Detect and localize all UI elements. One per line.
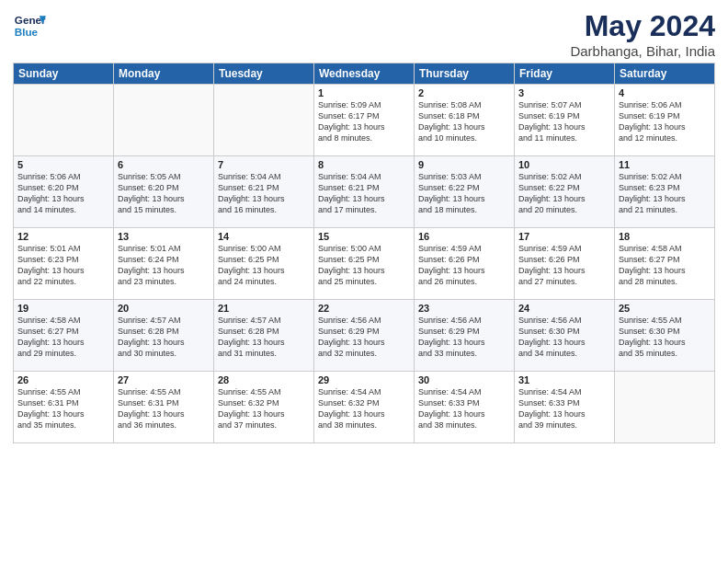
day-info: Sunrise: 4:59 AM Sunset: 6:26 PM Dayligh… — [418, 243, 510, 288]
day-number: 25 — [619, 303, 711, 314]
weekday-header-row: SundayMondayTuesdayWednesdayThursdayFrid… — [14, 63, 715, 85]
calendar-week-row: 26Sunrise: 4:55 AM Sunset: 6:31 PM Dayli… — [14, 372, 715, 443]
day-number: 30 — [418, 374, 510, 385]
day-number: 23 — [418, 303, 510, 314]
day-number: 15 — [318, 231, 410, 242]
calendar-day-cell: 30Sunrise: 4:54 AM Sunset: 6:33 PM Dayli… — [415, 372, 515, 443]
header: General Blue May 2024 Darbhanga, Bihar, … — [13, 9, 715, 59]
weekday-header-cell: Wednesday — [314, 63, 415, 85]
day-info: Sunrise: 5:00 AM Sunset: 6:25 PM Dayligh… — [218, 243, 310, 288]
calendar-day-cell: 24Sunrise: 4:56 AM Sunset: 6:30 PM Dayli… — [515, 300, 615, 372]
day-info: Sunrise: 4:55 AM Sunset: 6:31 PM Dayligh… — [118, 386, 210, 431]
day-info: Sunrise: 5:04 AM Sunset: 6:21 PM Dayligh… — [218, 171, 310, 216]
calendar-body: 1Sunrise: 5:09 AM Sunset: 6:17 PM Daylig… — [14, 85, 715, 443]
calendar-day-cell: 21Sunrise: 4:57 AM Sunset: 6:28 PM Dayli… — [214, 300, 314, 372]
day-number: 22 — [318, 303, 410, 314]
calendar-day-cell — [14, 85, 114, 156]
day-number: 21 — [218, 303, 310, 314]
calendar-table: SundayMondayTuesdayWednesdayThursdayFrid… — [13, 63, 715, 443]
calendar-day-cell: 7Sunrise: 5:04 AM Sunset: 6:21 PM Daylig… — [214, 156, 314, 228]
day-info: Sunrise: 4:55 AM Sunset: 6:30 PM Dayligh… — [619, 315, 711, 360]
day-info: Sunrise: 5:01 AM Sunset: 6:24 PM Dayligh… — [118, 243, 210, 288]
day-info: Sunrise: 5:02 AM Sunset: 6:22 PM Dayligh… — [518, 171, 610, 216]
calendar-day-cell: 15Sunrise: 5:00 AM Sunset: 6:25 PM Dayli… — [314, 228, 415, 300]
svg-text:Blue: Blue — [15, 26, 39, 38]
calendar-day-cell: 19Sunrise: 4:58 AM Sunset: 6:27 PM Dayli… — [14, 300, 114, 372]
calendar-day-cell: 14Sunrise: 5:00 AM Sunset: 6:25 PM Dayli… — [214, 228, 314, 300]
day-info: Sunrise: 5:04 AM Sunset: 6:21 PM Dayligh… — [318, 171, 410, 216]
day-info: Sunrise: 4:58 AM Sunset: 6:27 PM Dayligh… — [17, 315, 109, 360]
day-number: 12 — [17, 231, 109, 242]
day-number: 2 — [418, 87, 510, 98]
day-info: Sunrise: 4:54 AM Sunset: 6:33 PM Dayligh… — [418, 386, 510, 431]
main-title: May 2024 — [570, 9, 715, 43]
day-number: 31 — [518, 374, 610, 385]
calendar-day-cell — [214, 85, 314, 156]
weekday-header-cell: Sunday — [14, 63, 114, 85]
calendar-day-cell: 26Sunrise: 4:55 AM Sunset: 6:31 PM Dayli… — [14, 372, 114, 443]
page-container: General Blue May 2024 Darbhanga, Bihar, … — [0, 0, 728, 449]
weekday-header-cell: Thursday — [415, 63, 515, 85]
day-info: Sunrise: 4:55 AM Sunset: 6:31 PM Dayligh… — [17, 386, 109, 431]
calendar-day-cell: 10Sunrise: 5:02 AM Sunset: 6:22 PM Dayli… — [515, 156, 615, 228]
calendar-day-cell: 1Sunrise: 5:09 AM Sunset: 6:17 PM Daylig… — [314, 85, 415, 156]
day-number: 26 — [17, 374, 109, 385]
day-info: Sunrise: 5:01 AM Sunset: 6:23 PM Dayligh… — [17, 243, 109, 288]
day-info: Sunrise: 5:05 AM Sunset: 6:20 PM Dayligh… — [118, 171, 210, 216]
calendar-day-cell: 28Sunrise: 4:55 AM Sunset: 6:32 PM Dayli… — [214, 372, 314, 443]
calendar-day-cell — [114, 85, 214, 156]
day-number: 13 — [118, 231, 210, 242]
calendar-day-cell: 25Sunrise: 4:55 AM Sunset: 6:30 PM Dayli… — [615, 300, 715, 372]
calendar-day-cell: 3Sunrise: 5:07 AM Sunset: 6:19 PM Daylig… — [515, 85, 615, 156]
calendar-day-cell: 2Sunrise: 5:08 AM Sunset: 6:18 PM Daylig… — [415, 85, 515, 156]
title-block: May 2024 Darbhanga, Bihar, India — [570, 9, 715, 59]
day-info: Sunrise: 5:06 AM Sunset: 6:20 PM Dayligh… — [17, 171, 109, 216]
logo: General Blue — [13, 9, 46, 42]
calendar-day-cell: 31Sunrise: 4:54 AM Sunset: 6:33 PM Dayli… — [515, 372, 615, 443]
day-number: 6 — [118, 159, 210, 170]
calendar-day-cell: 11Sunrise: 5:02 AM Sunset: 6:23 PM Dayli… — [615, 156, 715, 228]
day-number: 1 — [318, 87, 410, 98]
day-number: 5 — [17, 159, 109, 170]
day-number: 17 — [518, 231, 610, 242]
calendar-day-cell: 20Sunrise: 4:57 AM Sunset: 6:28 PM Dayli… — [114, 300, 214, 372]
calendar-week-row: 1Sunrise: 5:09 AM Sunset: 6:17 PM Daylig… — [14, 85, 715, 156]
day-info: Sunrise: 4:56 AM Sunset: 6:30 PM Dayligh… — [518, 315, 610, 360]
day-number: 3 — [518, 87, 610, 98]
day-number: 8 — [318, 159, 410, 170]
day-info: Sunrise: 4:56 AM Sunset: 6:29 PM Dayligh… — [418, 315, 510, 360]
calendar-day-cell: 13Sunrise: 5:01 AM Sunset: 6:24 PM Dayli… — [114, 228, 214, 300]
day-number: 19 — [17, 303, 109, 314]
day-number: 14 — [218, 231, 310, 242]
calendar-day-cell: 29Sunrise: 4:54 AM Sunset: 6:32 PM Dayli… — [314, 372, 415, 443]
day-number: 4 — [619, 87, 711, 98]
day-number: 9 — [418, 159, 510, 170]
calendar-day-cell: 17Sunrise: 4:59 AM Sunset: 6:26 PM Dayli… — [515, 228, 615, 300]
day-info: Sunrise: 4:56 AM Sunset: 6:29 PM Dayligh… — [318, 315, 410, 360]
calendar-day-cell: 8Sunrise: 5:04 AM Sunset: 6:21 PM Daylig… — [314, 156, 415, 228]
calendar-day-cell: 9Sunrise: 5:03 AM Sunset: 6:22 PM Daylig… — [415, 156, 515, 228]
day-info: Sunrise: 5:09 AM Sunset: 6:17 PM Dayligh… — [318, 99, 410, 144]
logo-icon: General Blue — [13, 9, 46, 42]
day-info: Sunrise: 5:06 AM Sunset: 6:19 PM Dayligh… — [619, 99, 711, 144]
weekday-header-cell: Monday — [114, 63, 214, 85]
calendar-day-cell: 23Sunrise: 4:56 AM Sunset: 6:29 PM Dayli… — [415, 300, 515, 372]
calendar-day-cell: 4Sunrise: 5:06 AM Sunset: 6:19 PM Daylig… — [615, 85, 715, 156]
day-info: Sunrise: 5:03 AM Sunset: 6:22 PM Dayligh… — [418, 171, 510, 216]
day-number: 20 — [118, 303, 210, 314]
weekday-header-cell: Saturday — [615, 63, 715, 85]
day-info: Sunrise: 4:54 AM Sunset: 6:33 PM Dayligh… — [518, 386, 610, 431]
day-info: Sunrise: 5:00 AM Sunset: 6:25 PM Dayligh… — [318, 243, 410, 288]
calendar-day-cell: 12Sunrise: 5:01 AM Sunset: 6:23 PM Dayli… — [14, 228, 114, 300]
day-number: 18 — [619, 231, 711, 242]
day-number: 27 — [118, 374, 210, 385]
calendar-day-cell: 16Sunrise: 4:59 AM Sunset: 6:26 PM Dayli… — [415, 228, 515, 300]
day-info: Sunrise: 4:57 AM Sunset: 6:28 PM Dayligh… — [118, 315, 210, 360]
day-number: 16 — [418, 231, 510, 242]
calendar-day-cell: 22Sunrise: 4:56 AM Sunset: 6:29 PM Dayli… — [314, 300, 415, 372]
day-number: 11 — [619, 159, 711, 170]
day-info: Sunrise: 5:02 AM Sunset: 6:23 PM Dayligh… — [619, 171, 711, 216]
day-number: 29 — [318, 374, 410, 385]
day-info: Sunrise: 4:55 AM Sunset: 6:32 PM Dayligh… — [218, 386, 310, 431]
day-info: Sunrise: 4:54 AM Sunset: 6:32 PM Dayligh… — [318, 386, 410, 431]
